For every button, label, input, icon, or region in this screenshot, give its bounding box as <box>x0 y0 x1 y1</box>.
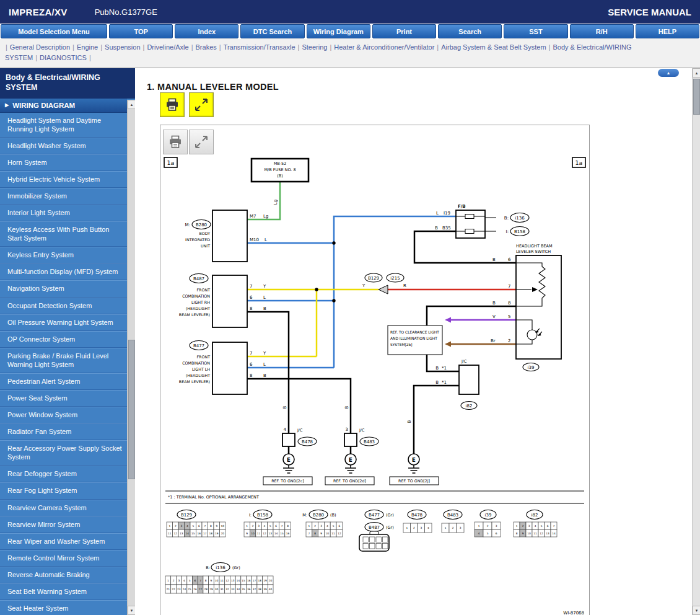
svg-text:B487: B487 <box>369 525 380 530</box>
pin-number: 6 <box>496 532 497 535</box>
nav-button-model-selection-menu[interactable]: Model Selection Menu <box>1 24 107 38</box>
sidebar-item-rear-wiper-and-washer-system[interactable]: Rear Wiper and Washer System <box>0 533 127 550</box>
sidebar-item-rear-accessory-power-supply-socket-system[interactable]: Rear Accessory Power Supply Socket Syste… <box>0 440 127 466</box>
sidebar-item-power-seat-system[interactable]: Power Seat System <box>0 390 127 407</box>
nav-button-help[interactable]: HELP <box>636 24 699 38</box>
breadcrumb-link-driveline-axle[interactable]: Driveline/Axle <box>147 43 188 51</box>
sidebar-item-multi-function-display-mfd-system[interactable]: Multi-function Display (MFD) System <box>0 263 127 280</box>
junction-dot <box>315 288 318 291</box>
pin-number: 12 <box>338 532 341 535</box>
svg-text:LEVELER SWITCH: LEVELER SWITCH <box>516 249 551 254</box>
sidebar-item-hybrid-electric-vehicle-system[interactable]: Hybrid Electric Vehicle System <box>0 171 127 188</box>
breadcrumb-link-heater-airconditioner-ventilator[interactable]: Heater & Airconditioner/Ventilator <box>334 43 434 51</box>
nav-button-r-h[interactable]: R/H <box>570 24 634 38</box>
pin-number: 27 <box>199 588 203 591</box>
pin-number: 4 <box>186 524 188 528</box>
nav-button-top[interactable]: TOP <box>109 24 173 38</box>
pin-number: 19 <box>215 532 219 535</box>
sidebar-item-headlight-washer-system[interactable]: Headlight Washer System <box>0 138 127 154</box>
pin-number: 13 <box>546 532 549 535</box>
arrowhead-v <box>445 317 451 323</box>
sidebar-item-navigation-system[interactable]: Navigation System <box>0 280 127 297</box>
sidebar-item-reverse-automatic-braking[interactable]: Reverse Automatic Braking <box>0 567 127 583</box>
sidebar-item-seat-heater-system[interactable]: Seat Heater System <box>0 600 127 615</box>
svg-text:COMBINATION: COMBINATION <box>182 294 210 298</box>
sidebar-item-rearview-mirror-system[interactable]: Rearview Mirror System <box>0 516 127 533</box>
sidebar-item-power-window-system[interactable]: Power Window System <box>0 407 127 423</box>
breadcrumb-link-diagnostics[interactable]: DIAGNOSTICS <box>40 54 87 61</box>
svg-text:5: 5 <box>508 314 510 319</box>
breadcrumb-link-brakes[interactable]: Brakes <box>196 43 217 51</box>
nav-button-search[interactable]: Search <box>438 24 502 38</box>
breadcrumb-link-transmission-transaxle[interactable]: Transmission/Transaxle <box>224 43 295 51</box>
sidebar-item-pedestrian-alert-system[interactable]: Pedestrian Alert System <box>0 373 127 390</box>
main-scrollbar[interactable]: ▲ ▼ <box>692 68 700 615</box>
breadcrumb-separator: | <box>191 43 193 51</box>
sidebar-scrollbar[interactable]: ▲ ▼ <box>127 100 135 615</box>
nav-button-dtc-search[interactable]: DTC Search <box>240 24 304 38</box>
sidebar-item-headlight-system-and-daytime-running-light[interactable]: Headlight System and Daytime Running Lig… <box>0 113 127 138</box>
sidebar-item-remote-control-mirror-system[interactable]: Remote Control Mirror System <box>0 550 127 567</box>
sidebar-item-immobilizer-system[interactable]: Immobilizer System <box>0 188 127 205</box>
breadcrumb-link-engine[interactable]: Engine <box>77 43 98 51</box>
scrollbar-thumb[interactable] <box>128 340 135 479</box>
sidebar-item-keyless-access-with-push-button-start-syst[interactable]: Keyless Access With Push Button Start Sy… <box>0 221 127 247</box>
sidebar-item-seat-belt-warning-system[interactable]: Seat Belt Warning System <box>0 583 127 600</box>
sidebar-item-rear-fog-light-system[interactable]: Rear Fog Light System <box>0 482 127 499</box>
scroll-up-button[interactable]: ▲ <box>128 100 135 109</box>
pin-number: 11 <box>168 532 172 535</box>
title-bar: IMPREZA/XV PubNo.G1377GE SERVICE MANUAL <box>0 0 700 24</box>
svg-text:FRONT: FRONT <box>196 288 210 292</box>
sidebar-item-horn-system[interactable]: Horn System <box>0 154 127 171</box>
svg-text:i82: i82 <box>532 513 538 518</box>
svg-text:UNIT: UNIT <box>201 244 210 248</box>
svg-text:M7: M7 <box>250 214 256 219</box>
expand-button[interactable] <box>189 92 214 117</box>
scrollbar-thumb[interactable] <box>693 79 700 115</box>
breadcrumb-link-general-description[interactable]: General Description <box>10 43 70 51</box>
sidebar-section-wiring-diagram[interactable]: ▶ WIRING DIAGRAM <box>0 99 127 113</box>
pinout-grid-b478: 1234 <box>403 523 432 533</box>
sidebar-item-interior-light-system[interactable]: Interior Light System <box>0 205 127 221</box>
nav-button-index[interactable]: Index <box>175 24 238 38</box>
junction-connector-b483-group: B 3 J/C B483 <box>344 406 378 447</box>
sidebar-item-rear-defogger-system[interactable]: Rear Defogger System <box>0 466 127 482</box>
wiring-diagram-canvas: 1a 1a <box>160 125 590 615</box>
breadcrumb-separator: | <box>72 43 74 51</box>
sidebar-item-keyless-entry-system[interactable]: Keyless Entry System <box>0 247 127 263</box>
scroll-down-button[interactable]: ▼ <box>128 606 135 615</box>
inline-connector-group: B129 i215 Y R <box>362 273 406 294</box>
svg-text:REF. TO GND[2c]: REF. TO GND[2c] <box>271 479 304 483</box>
sidebar-item-occupant-detection-system[interactable]: Occupant Detection System <box>0 298 127 314</box>
svg-text:B280: B280 <box>196 223 207 228</box>
sidebar-item-op-connector-system[interactable]: OP Connector System <box>0 331 127 348</box>
breadcrumb-link-steering[interactable]: Steering <box>302 43 327 51</box>
svg-text:BEAM LEVELER): BEAM LEVELER) <box>179 312 210 317</box>
svg-text:R: R <box>403 283 406 288</box>
nav-button-sst[interactable]: SST <box>504 24 567 38</box>
nav-button-print[interactable]: Print <box>372 24 436 38</box>
footnote-group: *1 : TERMINAL No. OPTIONAL ARRANGEMENT <box>165 491 584 503</box>
scroll-to-top-button[interactable]: ▲ <box>658 69 679 77</box>
diagram-expand-button[interactable] <box>189 130 214 154</box>
pin-number: 8 <box>287 524 289 528</box>
sidebar-item-rearview-camera-system[interactable]: Rearview Camera System <box>0 500 127 516</box>
diagram-print-button[interactable] <box>163 130 188 154</box>
pin-number: 20 <box>221 532 225 535</box>
breadcrumb-link-airbag-system-seat-belt-system[interactable]: Airbag System & Seat Belt System <box>441 43 546 51</box>
svg-text:FRONT: FRONT <box>196 355 210 359</box>
main-nav: Model Selection MenuTOPIndexDTC SearchWi… <box>0 24 700 39</box>
print-button[interactable] <box>160 92 185 117</box>
print-icon <box>165 97 180 112</box>
scroll-down-button[interactable]: ▼ <box>693 606 700 615</box>
breadcrumb-link-suspension[interactable]: Suspension <box>105 43 141 51</box>
pin-number: 2 <box>522 524 524 528</box>
sidebar-item-oil-pressure-warning-light-system[interactable]: Oil Pressure Warning Light System <box>0 314 127 331</box>
svg-text:(Gr): (Gr) <box>386 513 394 518</box>
scroll-up-button[interactable]: ▲ <box>693 68 700 77</box>
nav-button-wiring-diagram[interactable]: Wiring Diagram <box>307 24 370 38</box>
svg-text:3: 3 <box>346 427 348 432</box>
sidebar-item-parking-brake-brake-fluid-level-warning-li[interactable]: Parking Brake / Brake Fluid Level Warnin… <box>0 348 127 373</box>
pin-number: 7 <box>204 524 206 528</box>
sidebar-item-radiator-fan-system[interactable]: Radiator Fan System <box>0 423 127 440</box>
